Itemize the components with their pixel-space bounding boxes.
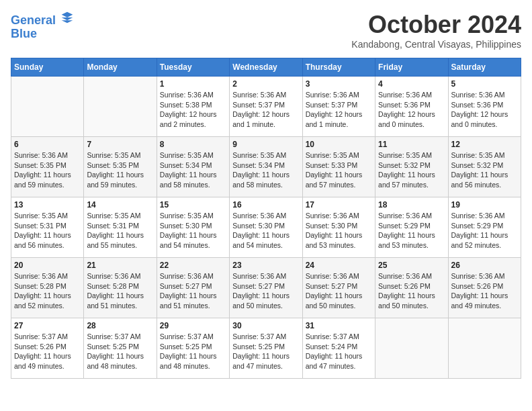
calendar-week-2: 6Sunrise: 5:36 AM Sunset: 5:35 PM Daylig… (11, 137, 521, 197)
day-number: 7 (87, 140, 153, 149)
calendar-cell: 17Sunrise: 5:36 AM Sunset: 5:30 PM Dayli… (302, 197, 375, 258)
calendar-cell: 5Sunrise: 5:36 AM Sunset: 5:36 PM Daylig… (448, 77, 521, 137)
day-number: 9 (232, 140, 299, 149)
day-number: 8 (160, 140, 226, 149)
calendar-cell: 15Sunrise: 5:35 AM Sunset: 5:30 PM Dayli… (157, 197, 229, 258)
logo-text: General (11, 11, 74, 28)
day-detail: Sunrise: 5:35 AM Sunset: 5:32 PM Dayligh… (378, 150, 445, 190)
day-number: 26 (451, 261, 518, 270)
calendar-week-4: 20Sunrise: 5:36 AM Sunset: 5:28 PM Dayli… (11, 258, 521, 318)
day-number: 30 (232, 321, 299, 330)
day-detail: Sunrise: 5:36 AM Sunset: 5:35 PM Dayligh… (14, 150, 81, 190)
day-detail: Sunrise: 5:35 AM Sunset: 5:30 PM Dayligh… (160, 211, 226, 250)
day-number: 4 (378, 79, 445, 89)
calendar-table: SundayMondayTuesdayWednesdayThursdayFrid… (11, 58, 521, 379)
calendar-cell (11, 77, 84, 137)
day-detail: Sunrise: 5:36 AM Sunset: 5:37 PM Dayligh… (232, 90, 299, 130)
calendar-cell: 4Sunrise: 5:36 AM Sunset: 5:36 PM Daylig… (375, 77, 448, 137)
weekday-header-wednesday: Wednesday (230, 58, 302, 77)
month-title: October 2024 (351, 11, 521, 39)
day-detail: Sunrise: 5:35 AM Sunset: 5:33 PM Dayligh… (306, 150, 372, 190)
calendar-week-5: 27Sunrise: 5:37 AM Sunset: 5:26 PM Dayli… (11, 318, 521, 379)
day-number: 25 (378, 261, 445, 270)
day-detail: Sunrise: 5:36 AM Sunset: 5:28 PM Dayligh… (87, 271, 153, 311)
day-detail: Sunrise: 5:36 AM Sunset: 5:36 PM Dayligh… (378, 90, 445, 130)
calendar-cell: 10Sunrise: 5:35 AM Sunset: 5:33 PM Dayli… (302, 137, 375, 197)
location: Kandabong, Central Visayas, Philippines (351, 39, 521, 50)
logo-blue: Blue (11, 28, 74, 41)
day-detail: Sunrise: 5:35 AM Sunset: 5:34 PM Dayligh… (160, 150, 226, 190)
day-number: 17 (306, 200, 372, 210)
day-detail: Sunrise: 5:36 AM Sunset: 5:29 PM Dayligh… (451, 211, 518, 250)
day-detail: Sunrise: 5:36 AM Sunset: 5:27 PM Dayligh… (232, 271, 299, 311)
calendar-cell: 8Sunrise: 5:35 AM Sunset: 5:34 PM Daylig… (157, 137, 229, 197)
day-number: 15 (160, 200, 226, 210)
calendar-cell: 27Sunrise: 5:37 AM Sunset: 5:26 PM Dayli… (11, 318, 84, 379)
day-detail: Sunrise: 5:37 AM Sunset: 5:24 PM Dayligh… (306, 332, 372, 371)
day-detail: Sunrise: 5:36 AM Sunset: 5:38 PM Dayligh… (160, 90, 226, 130)
calendar-week-1: 1Sunrise: 5:36 AM Sunset: 5:38 PM Daylig… (11, 77, 521, 137)
calendar-cell (84, 77, 157, 137)
weekday-header-saturday: Saturday (448, 58, 521, 77)
day-detail: Sunrise: 5:36 AM Sunset: 5:36 PM Dayligh… (451, 90, 518, 130)
calendar-cell: 29Sunrise: 5:37 AM Sunset: 5:25 PM Dayli… (157, 318, 229, 379)
day-number: 13 (14, 200, 81, 210)
calendar-cell: 13Sunrise: 5:35 AM Sunset: 5:31 PM Dayli… (11, 197, 84, 258)
day-detail: Sunrise: 5:36 AM Sunset: 5:37 PM Dayligh… (306, 90, 372, 130)
day-detail: Sunrise: 5:36 AM Sunset: 5:28 PM Dayligh… (14, 271, 81, 311)
day-number: 21 (87, 261, 153, 270)
day-detail: Sunrise: 5:36 AM Sunset: 5:30 PM Dayligh… (232, 211, 299, 250)
calendar-cell: 2Sunrise: 5:36 AM Sunset: 5:37 PM Daylig… (230, 77, 302, 137)
weekday-header-monday: Monday (84, 58, 157, 77)
calendar-cell: 20Sunrise: 5:36 AM Sunset: 5:28 PM Dayli… (11, 258, 84, 318)
calendar-cell (448, 318, 521, 379)
logo: General Blue (11, 11, 74, 41)
calendar-cell: 12Sunrise: 5:35 AM Sunset: 5:32 PM Dayli… (448, 137, 521, 197)
logo-general: General (11, 13, 56, 27)
day-number: 18 (378, 200, 445, 210)
calendar-week-3: 13Sunrise: 5:35 AM Sunset: 5:31 PM Dayli… (11, 197, 521, 258)
weekday-header-tuesday: Tuesday (157, 58, 229, 77)
day-detail: Sunrise: 5:36 AM Sunset: 5:27 PM Dayligh… (306, 271, 372, 311)
calendar-cell: 3Sunrise: 5:36 AM Sunset: 5:37 PM Daylig… (302, 77, 375, 137)
calendar-body: 1Sunrise: 5:36 AM Sunset: 5:38 PM Daylig… (11, 77, 521, 379)
day-detail: Sunrise: 5:36 AM Sunset: 5:29 PM Dayligh… (378, 211, 445, 250)
day-number: 23 (232, 261, 299, 270)
day-detail: Sunrise: 5:37 AM Sunset: 5:25 PM Dayligh… (232, 332, 299, 371)
weekday-header-sunday: Sunday (11, 58, 84, 77)
calendar-cell: 30Sunrise: 5:37 AM Sunset: 5:25 PM Dayli… (230, 318, 302, 379)
calendar-cell: 1Sunrise: 5:36 AM Sunset: 5:38 PM Daylig… (157, 77, 229, 137)
day-number: 2 (232, 79, 299, 89)
calendar-cell: 23Sunrise: 5:36 AM Sunset: 5:27 PM Dayli… (230, 258, 302, 318)
calendar-cell: 28Sunrise: 5:37 AM Sunset: 5:25 PM Dayli… (84, 318, 157, 379)
calendar-cell: 26Sunrise: 5:36 AM Sunset: 5:26 PM Dayli… (448, 258, 521, 318)
day-number: 27 (14, 321, 81, 330)
day-number: 6 (14, 140, 81, 149)
day-number: 5 (451, 79, 518, 89)
day-detail: Sunrise: 5:37 AM Sunset: 5:26 PM Dayligh… (14, 332, 81, 371)
day-detail: Sunrise: 5:36 AM Sunset: 5:30 PM Dayligh… (306, 211, 372, 250)
calendar-cell: 9Sunrise: 5:35 AM Sunset: 5:34 PM Daylig… (230, 137, 302, 197)
day-number: 20 (14, 261, 81, 270)
day-detail: Sunrise: 5:37 AM Sunset: 5:25 PM Dayligh… (87, 332, 153, 371)
day-number: 1 (160, 79, 226, 89)
day-number: 3 (306, 79, 372, 89)
day-number: 10 (306, 140, 372, 149)
day-number: 28 (87, 321, 153, 330)
day-number: 24 (306, 261, 372, 270)
calendar-cell: 11Sunrise: 5:35 AM Sunset: 5:32 PM Dayli… (375, 137, 448, 197)
day-detail: Sunrise: 5:36 AM Sunset: 5:26 PM Dayligh… (378, 271, 445, 311)
calendar-cell: 18Sunrise: 5:36 AM Sunset: 5:29 PM Dayli… (375, 197, 448, 258)
day-detail: Sunrise: 5:35 AM Sunset: 5:35 PM Dayligh… (87, 150, 153, 190)
day-detail: Sunrise: 5:35 AM Sunset: 5:32 PM Dayligh… (451, 150, 518, 190)
calendar-cell: 7Sunrise: 5:35 AM Sunset: 5:35 PM Daylig… (84, 137, 157, 197)
day-number: 31 (306, 321, 372, 330)
day-detail: Sunrise: 5:35 AM Sunset: 5:31 PM Dayligh… (14, 211, 81, 250)
calendar-cell (375, 318, 448, 379)
day-number: 22 (160, 261, 226, 270)
title-block: October 2024 Kandabong, Central Visayas,… (351, 11, 521, 50)
day-detail: Sunrise: 5:35 AM Sunset: 5:31 PM Dayligh… (87, 211, 153, 250)
day-number: 11 (378, 140, 445, 149)
weekday-header-thursday: Thursday (302, 58, 375, 77)
calendar-cell: 19Sunrise: 5:36 AM Sunset: 5:29 PM Dayli… (448, 197, 521, 258)
